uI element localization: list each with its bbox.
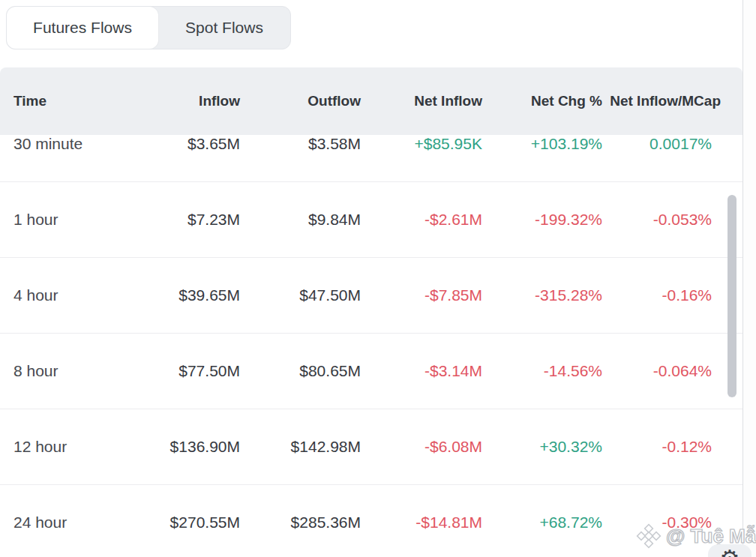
column-header: Inflow — [143, 93, 240, 109]
cell-inflow: $39.65M — [143, 286, 240, 304]
cell-net-inflow-mcap: -0.064% — [602, 362, 721, 380]
cell-outflow: $285.36M — [240, 514, 361, 532]
cell-time: 4 hour — [14, 286, 143, 304]
table-row: 1 hour $7.23M $9.84M -$2.61M -199.32% -0… — [0, 182, 742, 258]
cell-inflow: $136.90M — [143, 438, 240, 456]
cell-inflow: $77.50M — [143, 362, 240, 380]
column-header: Outflow — [240, 93, 361, 109]
cell-net-inflow-mcap: -0.16% — [602, 286, 721, 304]
cell-net-chg-pct: +30.32% — [482, 438, 602, 456]
cell-net-inflow-mcap: 0.0017% — [602, 135, 721, 153]
tab-spot-flows-label: Spot Flows — [185, 19, 263, 37]
column-header: Net Inflow — [361, 93, 482, 109]
page-scrollbar-track[interactable] — [742, 0, 756, 557]
tab-futures-flows[interactable]: Futures Flows — [7, 7, 158, 49]
tab-futures-flows-label: Futures Flows — [33, 19, 132, 37]
table-scrollbar-thumb[interactable] — [728, 195, 736, 397]
table-row: 30 minute $3.65M $3.58M +$85.95K +103.19… — [0, 135, 742, 182]
cell-time: 1 hour — [14, 211, 143, 229]
cell-time: 24 hour — [14, 514, 143, 532]
column-header: Time — [14, 93, 143, 109]
gear-icon: ⚙ — [720, 547, 740, 557]
cell-net-chg-pct: -315.28% — [482, 286, 602, 304]
cell-net-inflow: -$3.14M — [361, 362, 482, 380]
cell-net-inflow: +$85.95K — [361, 135, 482, 153]
cell-net-chg-pct: -14.56% — [482, 362, 602, 380]
table-row: 8 hour $77.50M $80.65M -$3.14M -14.56% -… — [0, 334, 742, 409]
cell-net-inflow-mcap: -0.30% — [602, 514, 721, 532]
table-row: 24 hour $270.55M $285.36M -$14.81M +68.7… — [0, 485, 742, 557]
cell-time: 12 hour — [14, 438, 143, 456]
cell-time: 30 minute — [14, 135, 143, 153]
table-row: 4 hour $39.65M $47.50M -$7.85M -315.28% … — [0, 258, 742, 334]
cell-inflow: $3.65M — [143, 135, 240, 153]
cell-net-chg-pct: -199.32% — [482, 211, 602, 229]
cell-net-chg-pct: +68.72% — [482, 514, 602, 532]
futures-flows-panel: Futures Flows Spot Flows TimeInflowOutfl… — [0, 0, 756, 557]
cell-inflow: $7.23M — [143, 211, 240, 229]
cell-net-inflow-mcap: -0.12% — [602, 438, 721, 456]
cell-net-inflow: -$6.08M — [361, 438, 482, 456]
cell-net-inflow: -$7.85M — [361, 286, 482, 304]
tab-spot-flows[interactable]: Spot Flows — [158, 7, 290, 49]
settings-button[interactable]: ⚙ — [708, 544, 752, 557]
column-header: Net Chg % — [482, 93, 602, 109]
cell-net-inflow: -$2.61M — [361, 211, 482, 229]
cell-time: 8 hour — [14, 362, 143, 380]
cell-outflow: $3.58M — [240, 135, 361, 153]
cell-net-inflow-mcap: -0.053% — [602, 211, 721, 229]
cell-outflow: $80.65M — [240, 362, 361, 380]
table-header: TimeInflowOutflowNet InflowNet Chg %Net … — [0, 67, 742, 135]
cell-outflow: $47.50M — [240, 286, 361, 304]
cell-outflow: $142.98M — [240, 438, 361, 456]
table-body: 30 minute $3.65M $3.58M +$85.95K +103.19… — [0, 135, 742, 557]
cell-inflow: $270.55M — [143, 514, 240, 532]
cell-net-chg-pct: +103.19% — [482, 135, 602, 153]
cell-outflow: $9.84M — [240, 211, 361, 229]
flows-tab-group: Futures Flows Spot Flows — [6, 6, 291, 49]
column-header: Net Inflow/MCap — [602, 93, 721, 109]
table-row: 12 hour $136.90M $142.98M -$6.08M +30.32… — [0, 409, 742, 485]
cell-net-inflow: -$14.81M — [361, 514, 482, 532]
